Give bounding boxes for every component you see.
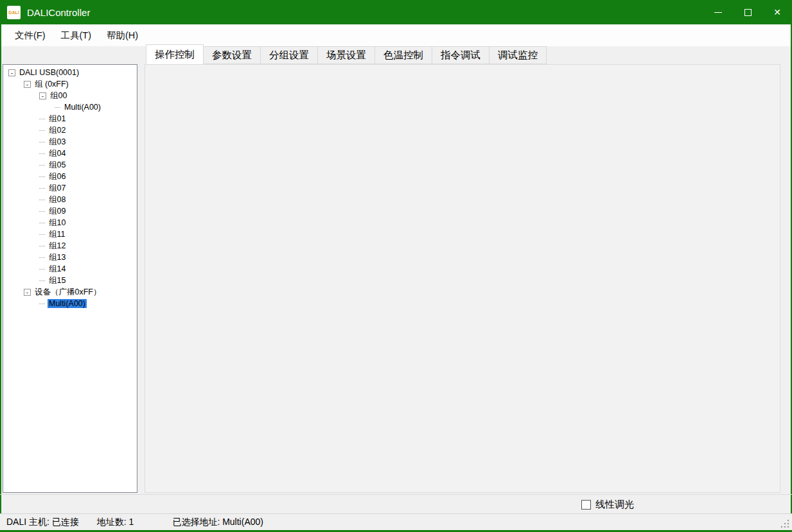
tree-item-label: 组02	[48, 125, 67, 136]
tree-item-label: 组08	[48, 194, 67, 205]
tree-expander-icon[interactable]: -	[8, 69, 15, 76]
tree-item-label: 组01	[48, 114, 67, 124]
tree-item[interactable]: 组11	[3, 228, 137, 240]
tree-connector	[39, 304, 45, 304]
tree-connector	[39, 257, 45, 258]
tree-connector	[39, 165, 45, 166]
status-address-count: 地址数: 1	[97, 517, 134, 528]
tree-item-label: 组13	[48, 252, 67, 263]
close-button[interactable]: ✕	[762, 0, 792, 24]
tree-item[interactable]: 组09	[3, 205, 137, 217]
tree-item-label: 组09	[48, 206, 67, 217]
tree-item-label: 组15	[48, 275, 67, 286]
tree-item[interactable]: 组04	[3, 148, 137, 159]
tree-item[interactable]: 组02	[3, 124, 137, 136]
tree-connector	[39, 119, 45, 119]
tree-item[interactable]: 组14	[3, 263, 137, 275]
tree-item[interactable]: -组00	[3, 90, 137, 101]
tree-item[interactable]: 组08	[3, 194, 137, 205]
tree-expander-icon[interactable]: -	[39, 92, 46, 99]
tree-item-label: Multi(A00)	[63, 103, 102, 112]
tree-item[interactable]: 组06	[3, 171, 137, 182]
tree-item[interactable]: 组03	[3, 136, 137, 148]
menu-item-0[interactable]: 文件(F)	[7, 24, 53, 46]
tree-item-label: DALI USB(0001)	[18, 68, 80, 77]
tree-connector	[39, 234, 45, 235]
tree-item[interactable]: 组10	[3, 217, 137, 228]
tree-connector	[55, 107, 60, 108]
tab-strip: 操作控制参数设置分组设置场景设置色温控制指令调试调试监控	[146, 46, 547, 64]
tree-item[interactable]: -组 (0xFF)	[3, 78, 137, 90]
tree-item[interactable]: 组07	[3, 182, 137, 194]
tab-0[interactable]: 操作控制	[146, 44, 204, 64]
tree-connector	[39, 188, 45, 189]
window-title: DALIController	[27, 7, 703, 18]
divider	[0, 494, 792, 495]
tree-item-label: Multi(A00)	[48, 299, 87, 308]
tree-item[interactable]: Multi(A00)	[3, 298, 137, 309]
minimize-button[interactable]	[703, 0, 733, 24]
tree-item-label: 组05	[48, 160, 67, 171]
tree-connector	[39, 130, 45, 131]
app-window: DALI DALIController ✕ 文件(F)工具(T)帮助(H) -D…	[0, 0, 792, 532]
tree-item-label: 组03	[48, 137, 67, 148]
tree-item-label: 组11	[48, 229, 66, 240]
tab-1[interactable]: 参数设置	[204, 46, 261, 64]
title-bar: DALI DALIController ✕	[0, 0, 792, 24]
status-bar: DALI 主机: 已连接 地址数: 1 已选择地址: Multi(A00)	[0, 513, 792, 530]
tree-item-label: 组00	[49, 90, 68, 101]
tab-6[interactable]: 调试监控	[489, 46, 547, 64]
status-selected-address: 已选择地址: Multi(A00)	[172, 517, 263, 528]
menu-item-2[interactable]: 帮助(H)	[99, 24, 146, 46]
tree-item-label: 组06	[48, 171, 67, 182]
tree-expander-icon[interactable]: -	[24, 289, 31, 296]
linear-dimming-checkbox[interactable]	[581, 500, 591, 510]
tree-item[interactable]: 组13	[3, 252, 137, 263]
tree-connector	[39, 269, 45, 270]
tab-3[interactable]: 场景设置	[318, 46, 375, 64]
tree-item[interactable]: Multi(A00)	[3, 101, 137, 113]
menu-bar: 文件(F)工具(T)帮助(H)	[0, 24, 792, 46]
tab-4[interactable]: 色温控制	[375, 46, 432, 64]
tree-connector	[39, 280, 45, 281]
tree-item[interactable]: -DALI USB(0001)	[3, 67, 137, 78]
close-icon: ✕	[773, 7, 781, 17]
tree-connector	[39, 153, 45, 154]
tree-item[interactable]: 组01	[3, 113, 137, 124]
tree-expander-icon[interactable]: -	[24, 81, 31, 88]
tab-2[interactable]: 分组设置	[261, 46, 318, 64]
tree-item-label: 组14	[48, 264, 67, 275]
window-border-left	[0, 24, 1, 532]
linear-dimming-label: 线性调光	[595, 499, 634, 511]
tree-connector	[39, 142, 45, 142]
tree-connector	[39, 246, 45, 246]
menu-item-1[interactable]: 工具(T)	[53, 24, 100, 46]
maximize-icon	[744, 9, 752, 16]
tree-connector	[39, 200, 45, 200]
tree-item-label: 设备（广播0xFF）	[33, 287, 102, 298]
tree-item[interactable]: -设备（广播0xFF）	[3, 286, 137, 298]
tree-item[interactable]: 组12	[3, 240, 137, 252]
tab-5[interactable]: 指令调试	[432, 46, 489, 64]
resize-grip[interactable]	[780, 519, 789, 528]
tree-item-label: 组10	[48, 218, 67, 228]
tree-item[interactable]: 组15	[3, 275, 137, 286]
tree-item-label: 组 (0xFF)	[33, 79, 70, 90]
tree-item-label: 组12	[48, 241, 67, 252]
tree-connector	[39, 211, 45, 212]
tab-page-operation-control	[145, 64, 780, 493]
tree-connector	[39, 176, 45, 177]
tree-connector	[39, 223, 45, 223]
tree-item-label: 组04	[48, 148, 67, 159]
app-icon: DALI	[7, 6, 21, 19]
tree-item[interactable]: 组05	[3, 159, 137, 171]
minimize-icon	[714, 12, 722, 13]
tree-item-label: 组07	[48, 183, 67, 194]
maximize-button[interactable]	[733, 0, 762, 24]
status-host-connection: DALI 主机: 已连接	[6, 517, 79, 528]
device-tree: -DALI USB(0001)-组 (0xFF)-组00Multi(A00)组0…	[3, 64, 137, 493]
